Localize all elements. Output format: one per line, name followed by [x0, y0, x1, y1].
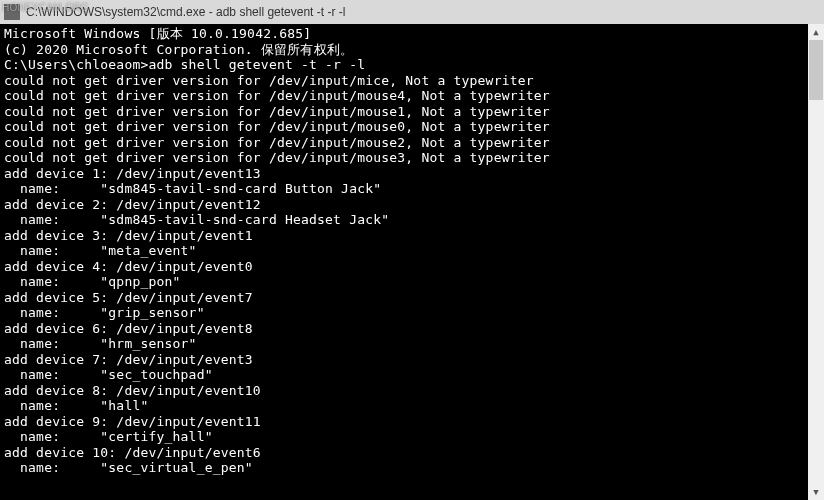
output-line: add device 6: /dev/input/event8 — [4, 321, 824, 337]
output-line: name: "meta_event" — [4, 243, 824, 259]
output-line: add device 1: /dev/input/event13 — [4, 166, 824, 182]
output-line: could not get driver version for /dev/in… — [4, 104, 824, 120]
output-line: could not get driver version for /dev/in… — [4, 88, 824, 104]
output-line: add device 5: /dev/input/event7 — [4, 290, 824, 306]
output-line: name: "grip_sensor" — [4, 305, 824, 321]
output-line: name: "sdm845-tavil-snd-card Button Jack… — [4, 181, 824, 197]
output-line: add device 10: /dev/input/event6 — [4, 445, 824, 461]
output-line: (c) 2020 Microsoft Corporation. 保留所有权利。 — [4, 42, 824, 58]
output-line: add device 7: /dev/input/event3 — [4, 352, 824, 368]
output-line: add device 2: /dev/input/event12 — [4, 197, 824, 213]
watermark-text: HONEYCAM.ORG — [2, 2, 89, 13]
output-line: could not get driver version for /dev/in… — [4, 119, 824, 135]
output-line: add device 3: /dev/input/event1 — [4, 228, 824, 244]
output-line: could not get driver version for /dev/in… — [4, 73, 824, 89]
window-titlebar[interactable]: C:\WINDOWS\system32\cmd.exe - adb shell … — [0, 0, 824, 24]
scroll-up-button[interactable]: ▲ — [808, 24, 824, 40]
vertical-scrollbar[interactable]: ▲ ▼ — [808, 24, 824, 500]
output-line: Microsoft Windows [版本 10.0.19042.685] — [4, 26, 824, 42]
prompt-line: C:\Users\chloeaom>adb shell getevent -t … — [4, 57, 824, 73]
window-title: C:\WINDOWS\system32\cmd.exe - adb shell … — [26, 5, 820, 19]
output-line: could not get driver version for /dev/in… — [4, 135, 824, 151]
scroll-down-button[interactable]: ▼ — [808, 484, 824, 500]
output-line: name: "sdm845-tavil-snd-card Headset Jac… — [4, 212, 824, 228]
output-line: add device 8: /dev/input/event10 — [4, 383, 824, 399]
output-line: add device 9: /dev/input/event11 — [4, 414, 824, 430]
terminal-output[interactable]: Microsoft Windows [版本 10.0.19042.685] (c… — [0, 24, 824, 476]
output-line: name: "hall" — [4, 398, 824, 414]
output-line: name: "qpnp_pon" — [4, 274, 824, 290]
output-line: name: "hrm_sensor" — [4, 336, 824, 352]
output-line: could not get driver version for /dev/in… — [4, 150, 824, 166]
output-line: name: "certify_hall" — [4, 429, 824, 445]
output-line: add device 4: /dev/input/event0 — [4, 259, 824, 275]
scrollbar-thumb[interactable] — [809, 40, 823, 100]
output-line: name: "sec_touchpad" — [4, 367, 824, 383]
output-line: name: "sec_virtual_e_pen" — [4, 460, 824, 476]
